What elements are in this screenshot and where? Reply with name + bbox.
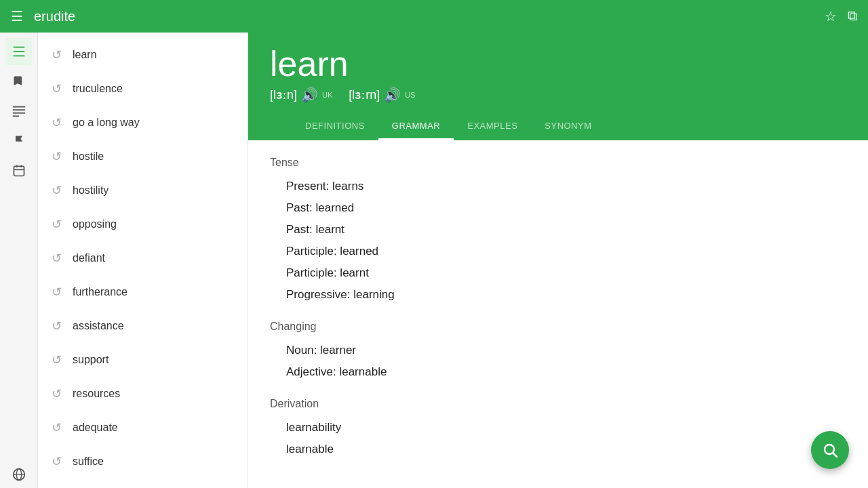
sidebar-item-furtherance[interactable]: ↺ furtherance	[38, 275, 248, 309]
tab-definitions[interactable]: DEFINITIONS	[292, 111, 378, 140]
sidebar-item-label: hostility	[73, 184, 108, 197]
topbar: ☰ erudite ☆ ⧉	[0, 0, 868, 33]
history-icon: ↺	[52, 319, 62, 333]
sidebar-item-learn[interactable]: ↺ learn	[38, 38, 248, 72]
phonetic-us: [lɜːrn] 🔊 US	[349, 87, 415, 103]
history-icon: ↺	[52, 183, 62, 198]
history-icon: ↺	[52, 352, 62, 367]
grammar-item: Adjective: learnable	[270, 365, 846, 379]
sidebar-item-label: defiant	[73, 252, 105, 264]
history-icon: ↺	[52, 115, 62, 130]
main-layout: ↺ learn ↺ truculence ↺ go a long way ↺ h…	[0, 33, 868, 488]
sidebar-item-defiant[interactable]: ↺ defiant	[38, 241, 248, 275]
sidebar-item-label: adequate	[73, 422, 118, 434]
phonetic-us-text: [lɜːrn]	[349, 87, 380, 102]
sidebar-item-label: hostile	[73, 150, 104, 163]
word-title: learn	[270, 46, 846, 81]
sidebar-item-truculence[interactable]: ↺ truculence	[38, 72, 248, 106]
sidebar-item-label: learn	[73, 49, 97, 61]
sidebar: ↺ learn ↺ truculence ↺ go a long way ↺ h…	[38, 33, 248, 488]
app-title: erudite	[34, 9, 814, 24]
svg-rect-4	[12, 109, 24, 110]
svg-rect-3	[12, 106, 24, 108]
sidebar-item-resources[interactable]: ↺ resources	[38, 377, 248, 411]
section-title-tense: Tense	[270, 157, 846, 169]
sidebar-item-hostility[interactable]: ↺ hostility	[38, 174, 248, 207]
sidebar-item-label: resources	[73, 388, 120, 400]
phonetic-uk-locale: UK	[322, 91, 332, 99]
history-icon: ↺	[52, 454, 62, 469]
copy-icon[interactable]: ⧉	[848, 8, 857, 24]
grammar-item: Noun: learner	[270, 344, 846, 357]
sidebar-item-label: support	[73, 354, 108, 366]
grammar-item: Past: learnt	[270, 223, 846, 237]
sidebar-item-assistance[interactable]: ↺ assistance	[38, 309, 248, 343]
grammar-item: Present: learns	[270, 180, 846, 193]
section-title-derivation: Derivation	[270, 398, 846, 410]
section-title-changing: Changing	[270, 321, 846, 333]
sound-us-icon[interactable]: 🔊	[384, 87, 401, 103]
phonetic-uk: [lɜːn] 🔊 UK	[270, 87, 332, 103]
menu-icon[interactable]: ☰	[11, 8, 23, 24]
sidebar-item-label: suffice	[73, 455, 104, 468]
grammar-section-derivation: Derivation learnability learnable	[270, 398, 846, 456]
sidebar-item-label: truculence	[73, 83, 123, 95]
tab-examples[interactable]: EXAMPLES	[454, 111, 531, 140]
svg-rect-0	[13, 47, 24, 48]
content-area: learn [lɜːn] 🔊 UK [lɜːrn] 🔊 US DEFINITIO…	[248, 33, 868, 488]
grammar-item: Participle: learnt	[270, 266, 846, 280]
svg-rect-2	[13, 56, 24, 57]
tab-synonym[interactable]: SYNONYM	[531, 111, 605, 140]
sidebar-item-label: opposing	[73, 218, 117, 230]
icon-rail	[0, 33, 38, 488]
svg-rect-1	[13, 51, 24, 52]
history-icon: ↺	[52, 217, 62, 232]
tabs: DEFINITIONS GRAMMAR EXAMPLES SYNONYM	[270, 111, 846, 140]
sound-uk-icon[interactable]: 🔊	[301, 87, 318, 103]
word-header: learn [lɜːn] 🔊 UK [lɜːrn] 🔊 US DEFINITIO…	[248, 33, 868, 140]
word-phonetics: [lɜːn] 🔊 UK [lɜːrn] 🔊 US	[270, 87, 846, 103]
history-icon: ↺	[52, 285, 62, 300]
history-icon: ↺	[52, 386, 62, 401]
sidebar-item-label: go a long way	[73, 117, 140, 129]
history-icon: ↺	[52, 149, 62, 164]
history-icon: ↺	[52, 47, 62, 62]
grammar-section-tense: Tense Present: learns Past: learned Past…	[270, 157, 846, 302]
topbar-actions: ☆ ⧉	[825, 8, 857, 24]
rail-icon-lines[interactable]	[5, 98, 33, 125]
history-icon: ↺	[52, 420, 62, 435]
sidebar-item-go-a-long-way[interactable]: ↺ go a long way	[38, 106, 248, 140]
sidebar-item-opposing[interactable]: ↺ opposing	[38, 207, 248, 241]
history-icon: ↺	[52, 81, 62, 96]
history-icon: ↺	[52, 251, 62, 266]
rail-icon-globe[interactable]	[5, 461, 33, 488]
svg-line-15	[833, 453, 837, 458]
sidebar-item-support[interactable]: ↺ support	[38, 343, 248, 377]
sidebar-item-label: furtherance	[73, 286, 127, 298]
sidebar-item-suffice[interactable]: ↺ suffice	[38, 445, 248, 479]
star-icon[interactable]: ☆	[825, 8, 837, 24]
grammar-section-changing: Changing Noun: learner Adjective: learna…	[270, 321, 846, 379]
search-fab-button[interactable]	[811, 431, 849, 469]
grammar-item: Past: learned	[270, 201, 846, 215]
svg-rect-6	[12, 115, 18, 117]
sidebar-item-hostile[interactable]: ↺ hostile	[38, 140, 248, 174]
sidebar-item-adequate[interactable]: ↺ adequate	[38, 411, 248, 445]
rail-icon-flag[interactable]	[5, 127, 33, 155]
grammar-item: learnable	[270, 443, 846, 456]
grammar-item: learnability	[270, 421, 846, 434]
grammar-content: Tense Present: learns Past: learned Past…	[248, 140, 868, 488]
svg-rect-5	[12, 113, 24, 114]
tab-grammar[interactable]: GRAMMAR	[378, 111, 454, 140]
rail-icon-bookmark[interactable]	[5, 68, 33, 95]
phonetic-uk-text: [lɜːn]	[270, 87, 297, 102]
grammar-item: Participle: learned	[270, 245, 846, 258]
rail-icon-calendar[interactable]	[5, 157, 33, 184]
phonetic-us-locale: US	[405, 91, 415, 99]
rail-icon-list[interactable]	[5, 38, 33, 65]
grammar-item: Progressive: learning	[270, 288, 846, 302]
svg-rect-7	[14, 166, 24, 176]
sidebar-item-label: assistance	[73, 320, 124, 332]
